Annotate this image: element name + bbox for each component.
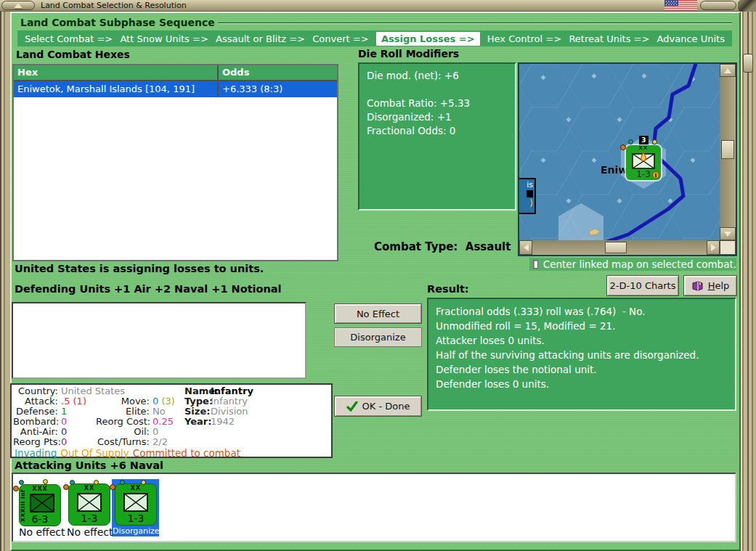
result-line: Half of the surviving attacking units ar… xyxy=(436,348,728,362)
triangle-down-icon xyxy=(724,232,731,237)
attacking-units-header: Attacking Units +6 Naval xyxy=(15,460,163,471)
info-box-text2: ) xyxy=(521,198,533,208)
close-button[interactable] xyxy=(738,0,756,12)
flag-committed: Committed to combat xyxy=(133,448,240,458)
unit-result-label: Disorganized xyxy=(113,526,158,536)
charts-button-label: 2-D-10 Charts xyxy=(610,280,676,291)
disorganize-button[interactable]: Disorganize xyxy=(334,327,422,347)
window-title: Land Combat Selection & Resolution xyxy=(41,1,187,11)
result-panel: Fractional odds (.333) roll was (.764) -… xyxy=(427,298,736,411)
odds-cell[interactable]: +6.333 (8:3) xyxy=(219,81,337,97)
result-line: Defender loses 0 units. xyxy=(436,377,728,391)
flag-out-of-supply: Out Of Supply xyxy=(60,448,129,458)
system-menu-button[interactable] xyxy=(1,1,35,10)
triangle-left-icon xyxy=(524,244,529,251)
phase-assault-or-blitz: Assault or Blitz => xyxy=(216,33,305,44)
right-rail-scrollbar[interactable] xyxy=(741,12,756,551)
marker-dot-teal-icon xyxy=(628,139,633,144)
unit-result-label: No effect xyxy=(19,526,65,538)
phase-retreat-units: Retreat Units => xyxy=(569,33,649,44)
parent-title-bar: Land Combat Selection & Resolution xyxy=(0,0,756,12)
game-screen: Land Combat Selection & Resolution xyxy=(0,0,756,551)
marker-dot-yellow-icon xyxy=(43,479,48,484)
scroll-left-button[interactable] xyxy=(519,240,532,255)
attacking-unit-counter[interactable]: XX 1-3 xyxy=(68,483,110,526)
center-map-option: Center linked map on selected combat. xyxy=(529,258,736,271)
modifiers-section-title: Die Roll Modifiers xyxy=(358,48,459,60)
phase-convert: Convert => xyxy=(312,33,368,44)
marker-dot-yellow-icon xyxy=(94,480,99,485)
info-box-glyph xyxy=(527,190,533,197)
map-combat-unit[interactable]: XX 1-3 xyxy=(626,145,661,180)
triangle-right-icon xyxy=(711,244,716,251)
table-row[interactable]: Eniwetok, Marshall Islands [104, 191] +6… xyxy=(14,81,337,97)
marker-dot-orange-icon xyxy=(63,484,69,490)
result-line: Fractional odds (.333) roll was (.764) -… xyxy=(436,304,728,319)
toolbar-pill[interactable] xyxy=(700,1,736,10)
right-rail-thumb[interactable] xyxy=(743,54,753,73)
combat-hexes-table: Hex Odds Eniwetok, Marshall Islands [104… xyxy=(12,64,338,261)
no-effect-label: No Effect xyxy=(357,309,399,319)
no-effect-button[interactable]: No Effect xyxy=(334,303,422,324)
help-button-label: Help xyxy=(708,280,730,291)
map-info-box: is ) xyxy=(519,178,536,214)
attacking-unit-counter[interactable]: XXX XXXIII Inf 6-3 xyxy=(19,484,61,526)
infantry-cross-icon xyxy=(77,493,102,512)
hex-cell[interactable]: Eniwetok, Marshall Islands [104, 191] xyxy=(14,81,219,97)
unit-strength-label: 1-3 xyxy=(69,513,110,524)
unit-size-label: XX xyxy=(69,485,110,491)
assigning-status-line: United States is assigning losses to uni… xyxy=(15,263,264,274)
linked-map[interactable]: Eniw XX 1-3 3 is ) xyxy=(518,62,737,256)
groupbox-legend: Land Combat Subphase Sequence xyxy=(17,17,218,28)
infantry-cross-icon xyxy=(30,494,54,513)
unit-info-panel: Country:United States Name:Infantry Atta… xyxy=(10,383,333,458)
disorganize-label: Disorganize xyxy=(350,332,405,343)
marker-dot-teal-icon xyxy=(70,480,75,485)
unit-size-label: XX xyxy=(626,145,661,151)
phase-hex-control: Hex Control => xyxy=(487,33,561,44)
phase-assign-losses-active: Assign Losses => xyxy=(376,32,480,46)
table-header-row: Hex Odds xyxy=(14,65,337,81)
map-horizontal-scrollbar[interactable] xyxy=(519,240,720,255)
scroll-right-button[interactable] xyxy=(707,240,720,255)
triangle-up-icon xyxy=(724,68,731,73)
chevron-up-icon xyxy=(14,3,23,8)
horizontal-scroll-thumb[interactable] xyxy=(605,242,627,253)
phase-att-snow-units: Att Snow Units => xyxy=(120,33,208,44)
result-line: Attacker loses 0 units. xyxy=(436,333,728,348)
modifier-line: Fractional Odds: 0 xyxy=(367,124,508,138)
stack-count-badge: 3 xyxy=(639,136,649,144)
scroll-up-button[interactable] xyxy=(720,64,736,77)
charts-button[interactable]: 2-D-10 Charts xyxy=(606,275,679,296)
map-art xyxy=(519,64,720,240)
infantry-cross-icon xyxy=(123,493,148,512)
marker-dot-orange-icon xyxy=(620,144,626,150)
center-map-checkbox[interactable] xyxy=(533,260,538,269)
die-roll-modifiers-panel: Die mod. (net): +6 Combat Ratio: +5.33 D… xyxy=(358,62,516,211)
combat-type-line: Combat Type: Assault xyxy=(374,240,511,253)
vertical-scroll-thumb[interactable] xyxy=(721,140,734,159)
help-button[interactable]: Help xyxy=(683,275,737,296)
modifier-line: Combat Ratio: +5.33 xyxy=(367,97,508,110)
unit-size-label: XX xyxy=(115,485,156,491)
marker-dot-teal-icon xyxy=(19,480,24,485)
unit-strength-label: 1-3 xyxy=(115,513,156,524)
marker-dot-orange-icon xyxy=(13,486,19,491)
unit-info-row: Reorg Pts:0 Cost/Turns:2/2 xyxy=(13,437,331,447)
unit-strength-label: 6-3 xyxy=(20,513,60,525)
result-title: Result: xyxy=(427,283,469,295)
unit-info-row: Anti-Air:0 Oil:0 xyxy=(13,427,331,437)
unit-info-row: Bombard:0 Reorg Cost:0.25 Year:1942 xyxy=(13,417,331,427)
map-ocean[interactable]: Eniw XX 1-3 3 is ) xyxy=(519,64,720,240)
defending-units-list[interactable] xyxy=(12,302,306,379)
combat-type-label: Combat Type: xyxy=(374,240,458,253)
marker-dot-yellow-icon xyxy=(652,139,657,144)
phase-advance-units: Advance Units xyxy=(657,33,725,44)
column-header-odds: Odds xyxy=(219,65,337,81)
map-vertical-scrollbar[interactable] xyxy=(720,64,736,240)
center-map-label: Center linked map on selected combat. xyxy=(543,258,736,270)
ok-done-button[interactable]: OK - Done xyxy=(334,396,422,417)
attacking-unit-counter-selected[interactable]: XX 1-3 xyxy=(115,483,157,526)
modifier-line xyxy=(367,83,508,97)
scroll-down-button[interactable] xyxy=(720,227,736,240)
